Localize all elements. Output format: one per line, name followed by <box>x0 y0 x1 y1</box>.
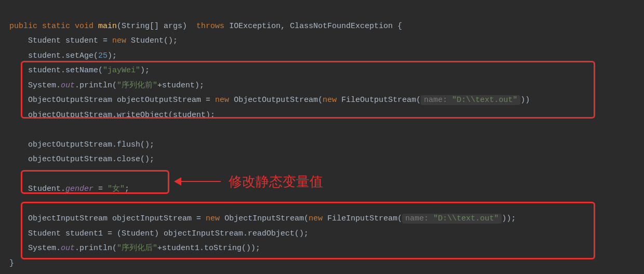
line-7: objectOutputStream.writeObject(student); <box>28 111 215 120</box>
line-1: public static void main(String[] args) t… <box>9 22 402 31</box>
line-8: objectOutputStream.flush(); <box>28 140 154 149</box>
line-6: ObjectOutputStream objectOutputStream = … <box>28 95 530 105</box>
line-3: student.setAge(25); <box>28 51 117 60</box>
line-5: System.out.println("序列化前"+student); <box>28 81 204 90</box>
line-10: Student.gender = "女"; <box>28 185 129 193</box>
code-block: public static void main(String[] args) t… <box>0 0 644 271</box>
line-11: ObjectInputStream objectInputStream = ne… <box>28 214 516 224</box>
line-13: System.out.println("序列化后"+student1.toStr… <box>28 244 260 253</box>
line-9: objectOutputStream.close(); <box>28 155 154 164</box>
line-12: Student student1 = (Student) objectInput… <box>28 229 308 238</box>
line-4: student.setName("jayWei"); <box>28 66 150 75</box>
line-2: Student student = new Student(); <box>28 36 178 45</box>
